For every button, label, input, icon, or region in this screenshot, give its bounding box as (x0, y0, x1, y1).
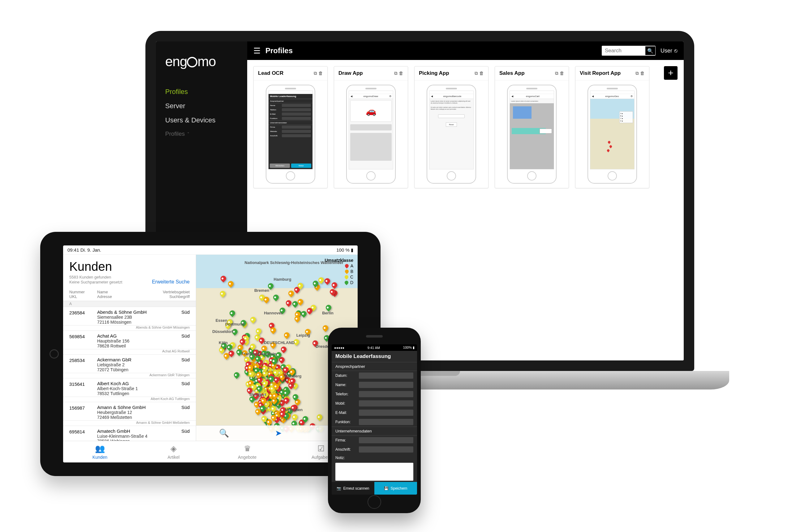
mini-map: A ■B ■C ■D ■ (590, 99, 634, 169)
nav-server[interactable]: Server (165, 99, 238, 113)
form-row: Funktion: (332, 417, 417, 426)
card-title: Lead OCR (258, 70, 283, 76)
text-input[interactable] (359, 419, 413, 425)
logout-icon: ⎋ (674, 48, 678, 54)
form-row: Name: (332, 380, 417, 390)
phone-statusbar: ●●●●● 9:41 AM 100% ▮ (332, 344, 417, 351)
mini-phone-draw: ◀engomoDraw⚙ 🚗 (346, 85, 396, 184)
copy-icon[interactable]: ⧉ (314, 71, 317, 76)
field-label: Mobil: (335, 401, 356, 405)
copy-icon[interactable]: ⧉ (475, 71, 478, 76)
profile-card-lead-ocr[interactable]: Lead OCR ⧉🗑 Mobile Leaderfassung Ansprec… (253, 66, 328, 188)
list-header: NummerUKL NameAdresse VertriebsgebietSuc… (63, 288, 196, 301)
search-box: 🔍 (602, 46, 656, 56)
mini-phone-visit: ◀engomoGeo⚙ A ■B ■C ■D ■ (588, 85, 637, 184)
nav-users-devices[interactable]: Users & Devices (165, 113, 238, 127)
delete-icon[interactable]: 🗑 (479, 71, 484, 76)
nav-profiles[interactable]: Profiles (165, 85, 238, 99)
panel-title: Kunden (63, 255, 196, 275)
form-row: Mobil: (332, 399, 417, 408)
check-icon: ☑ (317, 444, 325, 454)
text-input[interactable] (359, 437, 413, 443)
copy-icon[interactable]: ⧉ (555, 71, 558, 76)
text-input[interactable] (359, 410, 413, 416)
tab-artikel[interactable]: ◈Artikel (137, 441, 210, 462)
table-row[interactable]: 258534Ackermann GbRLiebigstraße 272072 T… (63, 355, 196, 373)
tablet-tabbar: 👥Kunden ◈Artikel ♛Angebote ☑Aufgaben (63, 441, 357, 462)
table-row[interactable]: 569854Achat AGHauptstraße 15678628 Rottw… (63, 331, 196, 349)
map-locate-icon[interactable]: ➤ (275, 429, 282, 438)
field-label: Name: (335, 383, 356, 387)
hamburger-icon[interactable]: ☰ (253, 46, 260, 56)
profile-card-picking[interactable]: Picking App ⧉🗑 ◀engomoBarcode Lorem ipsu… (414, 66, 489, 188)
form-row: Datum: (332, 371, 417, 380)
card-title: Picking App (419, 70, 449, 76)
profile-card-sales[interactable]: Sales App ⧉🗑 ◀engomoCart Lorem ipsum dol… (495, 66, 569, 188)
map-search-icon[interactable]: 🔍 (219, 429, 229, 438)
table-row[interactable]: 236584Abends & Söhne GmbHSiemensallee 23… (63, 307, 196, 325)
text-input[interactable] (359, 400, 413, 406)
tab-kunden[interactable]: 👥Kunden (63, 441, 137, 462)
table-row[interactable]: 156987Amann & Söhne GmbHHeubergstraße 12… (63, 402, 196, 421)
tablet-screen: 09:41 Di. 9. Jan. 100 % ▮ Kunden 5583 Ku… (63, 245, 357, 462)
table-row[interactable]: 315641Albert Koch AGAlbert-Koch-Straße 1… (63, 378, 196, 397)
people-icon: 👥 (95, 444, 105, 454)
delete-icon[interactable]: 🗑 (560, 71, 564, 76)
page-title: Profiles (265, 46, 293, 55)
save-button[interactable]: 💾Speichern (374, 482, 417, 495)
delete-icon[interactable]: 🗑 (399, 71, 403, 76)
field-label: Datum: (335, 374, 356, 378)
reset-button: Reset (446, 122, 457, 127)
customer-list[interactable]: A236584Abends & Söhne GmbHSiemensallee 2… (63, 301, 196, 441)
nav-profiles-sub[interactable]: Profiles ˅ (165, 127, 238, 140)
customer-list-panel: Kunden 5583 Kunden gefunden Keine Suchpa… (63, 255, 196, 441)
text-input[interactable] (359, 391, 413, 397)
form-row: Firma: (332, 436, 417, 445)
search-button[interactable]: 🔍 (645, 46, 656, 55)
delete-icon[interactable]: 🗑 (318, 71, 323, 76)
chevron-down-icon: ˅ (186, 132, 189, 137)
copy-icon[interactable]: ⧉ (636, 71, 639, 76)
text-input[interactable] (359, 382, 413, 388)
label-notiz: Notiz: (335, 456, 356, 460)
note-textarea[interactable] (335, 463, 413, 481)
field-label: E-Mail: (335, 411, 356, 415)
phone-mockup: ●●●●● 9:41 AM 100% ▮ Mobile Leaderfassun… (328, 328, 421, 513)
user-menu[interactable]: User ⎋ (661, 48, 678, 54)
field-label: Firma: (335, 438, 356, 442)
section-contact: Ansprechpartner (332, 362, 417, 371)
form-row: E-Mail: (332, 408, 417, 417)
field-label: Anschrift: (335, 447, 356, 452)
mini-phone-lead: Mobile Leaderfassung Ansprechpartner Nam… (266, 85, 315, 184)
card-title: Visit Report App (580, 70, 621, 76)
card-title: Sales App (499, 70, 525, 76)
camera-icon: 📷 (337, 486, 341, 491)
section-company: Unternehmensdaten (332, 426, 417, 436)
form-title: Mobile Leaderfassung (332, 351, 417, 362)
form-row: Anschrift: (332, 445, 417, 454)
advanced-search-link[interactable]: Erweiterte Suche (152, 279, 190, 285)
phone-footer: 📷Erneut scannen 💾Speichern (332, 482, 417, 495)
form-row: Telefon: (332, 390, 417, 399)
barcode-input (438, 114, 464, 118)
text-input[interactable] (359, 446, 413, 453)
copy-icon[interactable]: ⧉ (394, 71, 398, 76)
field-label: Telefon: (335, 392, 356, 396)
topbar: ☰ Profiles 🔍 User ⎋ (247, 41, 684, 60)
table-row[interactable]: 695814Amatech GmbHLuise-Kleinmann-Straße… (63, 426, 196, 441)
search-input[interactable] (602, 46, 645, 56)
rescan-button[interactable]: 📷Erneut scannen (332, 482, 374, 495)
add-profile-button[interactable]: + (664, 66, 678, 80)
card-title: Draw App (338, 70, 363, 76)
tablet-statusbar: 09:41 Di. 9. Jan. 100 % ▮ (63, 245, 357, 255)
gem-icon: ♛ (244, 444, 251, 454)
profile-card-visit[interactable]: Visit Report App ⧉🗑 ◀engomoGeo⚙ (575, 66, 649, 188)
text-input[interactable] (359, 373, 413, 379)
delete-icon[interactable]: 🗑 (640, 71, 645, 76)
mini-phone-sales: ◀engomoCart Lorem ipsum dolor sit amet c… (507, 85, 556, 184)
tab-angebote[interactable]: ♛Angebote (210, 441, 284, 462)
profile-card-draw[interactable]: Draw App ⧉🗑 ◀engomoDraw⚙ 🚗 (334, 66, 408, 188)
field-label: Funktion: (335, 420, 356, 424)
logo: engmo (165, 54, 238, 69)
mini-phone-picking: ◀engomoBarcode Lorem ipsum dolor sit ame… (427, 85, 476, 184)
